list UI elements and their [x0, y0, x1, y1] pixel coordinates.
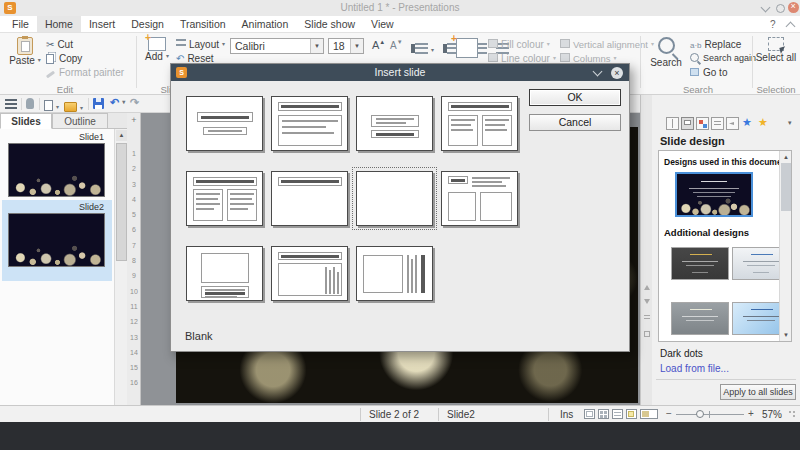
fill-colour-icon	[488, 39, 498, 48]
layout-icon	[176, 39, 186, 48]
search-button[interactable]: Search	[646, 37, 686, 68]
new-document-icon	[44, 100, 53, 111]
fill-colour-button[interactable]: Fill colour	[488, 39, 550, 50]
apply-to-all-slides-button[interactable]: Apply to all slides	[720, 384, 796, 400]
design-current-thumbnail[interactable]	[675, 172, 753, 217]
zoom-level[interactable]: 57%	[762, 409, 782, 420]
layout-option-centered-text[interactable]	[356, 96, 433, 151]
cancel-button[interactable]: Cancel	[529, 114, 621, 131]
undo-button[interactable]: ↶	[110, 96, 125, 109]
layout-option-title-subtitle[interactable]	[186, 96, 263, 151]
layout-option-title-vertical-text[interactable]	[271, 246, 348, 301]
window-titlebar: S Untitled 1 * - Presentations	[0, 0, 800, 16]
redo-button[interactable]: ↷	[130, 96, 139, 109]
layout-option-title-two-content[interactable]	[441, 96, 518, 151]
zoom-slider-handle[interactable]	[696, 410, 704, 418]
scroll-down-icon[interactable]: ▼	[781, 330, 791, 340]
help-icon[interactable]: ?	[770, 19, 776, 30]
insert-shape-button[interactable]: +	[456, 38, 478, 58]
font-name-select[interactable]: Calibri▼	[230, 38, 324, 54]
design-name-label: Dark dots	[660, 348, 703, 359]
layout-option-blank[interactable]	[356, 171, 433, 226]
view-normal-icon[interactable]	[584, 409, 595, 419]
menu-transition[interactable]: Transition	[172, 16, 234, 32]
tab-outline[interactable]: Outline	[52, 113, 108, 129]
ok-button[interactable]: OK	[529, 89, 621, 106]
copy-button[interactable]: Copy	[46, 53, 82, 64]
scrollbar-thumb[interactable]	[781, 163, 791, 211]
touch-mode-icon[interactable]	[26, 98, 34, 109]
view-master-icon[interactable]	[640, 409, 658, 419]
zoom-out-icon[interactable]: −	[666, 408, 672, 419]
layout-option-side-title-content[interactable]	[441, 171, 518, 226]
view-handout-icon[interactable]	[626, 409, 637, 419]
slide1-thumbnail[interactable]	[8, 143, 105, 197]
shrink-font-button[interactable]: A▼	[390, 39, 403, 51]
sidebar-gallery-icon[interactable]	[696, 117, 709, 130]
menu-home[interactable]: Home	[37, 16, 81, 32]
scrollbar-thumb[interactable]	[116, 143, 127, 261]
go-to-button[interactable]: Go to	[690, 67, 727, 78]
font-size-dropdown-icon[interactable]: ▼	[350, 39, 363, 53]
sidebar-more-icon[interactable]: ▾	[788, 119, 792, 127]
format-painter-button[interactable]: Format painter	[46, 67, 124, 78]
design-thumbnail-gray[interactable]	[671, 302, 729, 335]
dialog-close-icon[interactable]: ×	[611, 67, 623, 79]
rail-down-icon[interactable]	[644, 299, 650, 304]
view-sorter-icon[interactable]	[598, 409, 609, 419]
menu-design[interactable]: Design	[123, 16, 172, 32]
tab-slides[interactable]: Slides	[0, 113, 52, 129]
load-from-file-link[interactable]: Load from file...	[660, 363, 729, 374]
layout-option-content-over-title[interactable]	[186, 246, 263, 301]
menu-slideshow[interactable]: Slide show	[296, 16, 363, 32]
layout-option-vertical-title-vertical-text[interactable]	[356, 246, 433, 301]
layout-button[interactable]: Layout	[176, 39, 225, 50]
layout-option-title-two-column-text[interactable]	[186, 171, 263, 226]
font-name-dropdown-icon[interactable]: ▼	[310, 39, 323, 53]
maximize-icon[interactable]	[776, 4, 785, 13]
scroll-up-icon[interactable]: ▲	[781, 152, 791, 162]
rail-panel-icon[interactable]	[644, 331, 650, 337]
sidebar-animation-icon[interactable]	[711, 117, 724, 130]
sidebar-slide-design-icon[interactable]	[681, 117, 694, 130]
menu-view[interactable]: View	[363, 16, 402, 32]
menu-file[interactable]: File	[4, 16, 37, 32]
design-thumbnail-dark[interactable]	[671, 247, 729, 280]
bullets-button[interactable]	[410, 40, 434, 58]
statusbar: Slide 2 of 2 Slide2 Ins − + 57%	[0, 405, 800, 422]
zoom-in-icon[interactable]: +	[748, 408, 754, 419]
menu-insert[interactable]: Insert	[81, 16, 123, 32]
grow-font-button[interactable]: A▲	[372, 39, 385, 51]
slide2-thumbnail[interactable]	[8, 213, 105, 267]
layout-option-title-only[interactable]	[271, 171, 348, 226]
view-notes-icon[interactable]	[612, 409, 623, 419]
font-size-select[interactable]: 18▼	[328, 38, 364, 54]
rail-menu-icon[interactable]	[644, 315, 650, 321]
star-blue-icon[interactable]: ★	[742, 116, 752, 129]
rail-up-icon[interactable]	[644, 285, 650, 290]
select-all-button[interactable]: Select all	[754, 37, 798, 63]
slides-panel-scrollbar[interactable]: ▲	[114, 129, 127, 405]
scroll-up-icon[interactable]: ▲	[116, 130, 127, 141]
insert-mode-indicator[interactable]: Ins	[560, 409, 573, 420]
replace-button[interactable]: a·bReplace	[690, 39, 741, 50]
menu-animation[interactable]: Animation	[234, 16, 297, 32]
close-icon[interactable]	[788, 2, 799, 13]
resize-grip[interactable]	[788, 410, 796, 418]
save-icon[interactable]	[93, 98, 104, 109]
design-listbox-scrollbar[interactable]: ▲ ▼	[779, 151, 791, 341]
search-again-button[interactable]: Search again	[690, 53, 756, 63]
font-name-value: Calibri	[235, 40, 265, 52]
insert-slide-dialog: S Insert slide ×	[170, 63, 630, 352]
dialog-titlebar[interactable]: S Insert slide ×	[171, 64, 629, 81]
taskbar: S > P S 14:52 wsxdn.com	[0, 422, 800, 450]
cut-button[interactable]: Cut	[46, 39, 73, 50]
hamburger-menu-icon[interactable]	[5, 99, 17, 109]
layout-option-title-content[interactable]	[271, 96, 348, 151]
add-slide-button[interactable]: + Add	[142, 37, 172, 62]
zoom-slider-track[interactable]	[676, 414, 744, 415]
paste-button[interactable]: Paste	[8, 37, 42, 66]
star-yellow-icon[interactable]: ★	[758, 116, 768, 129]
sidebar-navigator-icon[interactable]	[726, 117, 739, 130]
sidebar-properties-icon[interactable]	[666, 117, 679, 130]
